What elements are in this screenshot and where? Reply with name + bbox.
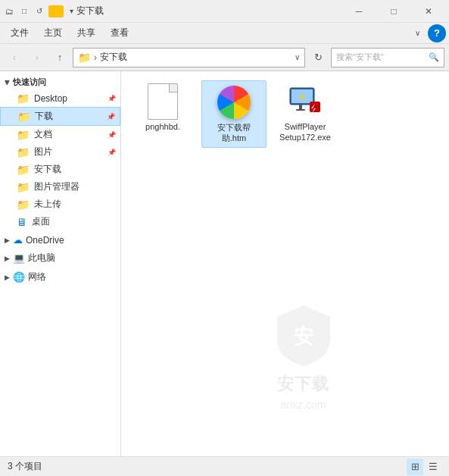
ball-icon-1 xyxy=(217,86,251,119)
sidebar-item-anzaixia-label: 安下载 xyxy=(34,163,61,176)
main-area: ▶ 快速访问 📁 Desktop 📌 📁 下载 📌 📁 文档 📌 xyxy=(0,71,449,456)
folder-icon-documents: 📁 xyxy=(17,129,30,141)
sidebar: ▶ 快速访问 📁 Desktop 📌 📁 下载 📌 📁 文档 📌 xyxy=(0,71,121,456)
onedrive-label: OneDrive xyxy=(26,235,64,246)
address-folder-icon: 📁 xyxy=(78,52,91,64)
status-count: 3 个项目 xyxy=(8,460,42,473)
menubar-expand[interactable]: ∨ xyxy=(410,26,425,40)
menu-file[interactable]: 文件 xyxy=(3,23,36,42)
sidebar-section-quickaccess: ▶ 快速访问 📁 Desktop 📌 📁 下载 📌 📁 文档 📌 xyxy=(0,74,120,230)
sidebar-item-desktop2-label: 桌面 xyxy=(32,215,50,228)
sidebar-item-desktop[interactable]: 📁 Desktop 📌 xyxy=(0,90,120,107)
thispc-arrow: ▶ xyxy=(5,255,10,262)
sidebar-item-notupload-label: 未上传 xyxy=(34,198,61,211)
menu-share[interactable]: 共享 xyxy=(70,23,103,42)
menu-view[interactable]: 查看 xyxy=(103,23,136,42)
network-label: 网络 xyxy=(28,271,46,283)
folder-icon-desktop: 📁 xyxy=(17,92,30,105)
refresh-button[interactable]: ↻ xyxy=(308,48,328,67)
view-list-button[interactable]: ☰ xyxy=(425,459,441,475)
file-area: pnghhbd. 安下载帮助.htm xyxy=(121,71,449,456)
sidebar-item-downloads[interactable]: 📁 下载 📌 xyxy=(0,107,120,126)
address-dropdown-icon[interactable]: ∨ xyxy=(295,53,300,61)
sidebar-item-pictures[interactable]: 📁 图片 📌 xyxy=(0,143,120,161)
onedrive-cloud-icon: ☁ xyxy=(13,234,23,246)
titlebar: 🗂 □ ↺ ▾ 安下载 ─ □ ✕ xyxy=(0,0,449,23)
addressbar: ‹ › ↑ 📁 › 安下载 ∨ ↻ 搜索"安下载" 🔍 xyxy=(0,44,449,71)
sidebar-item-documents[interactable]: 📁 文档 📌 xyxy=(0,126,120,143)
save-icon: □ xyxy=(18,5,30,17)
file-item-2[interactable]: SwiffPlayer Setup172.exe xyxy=(273,80,338,148)
window-title: 安下载 xyxy=(76,5,341,17)
folder-icon-notupload: 📁 xyxy=(17,199,30,211)
onedrive-arrow: ▶ xyxy=(5,236,10,244)
statusbar-view-controls: ⊞ ☰ xyxy=(407,459,441,475)
sidebar-onedrive-header[interactable]: ▶ ☁ OneDrive xyxy=(0,232,120,248)
file-icon-0 xyxy=(145,83,181,120)
close-button[interactable]: ✕ xyxy=(411,0,446,23)
folder-icon-desktop2: 🖥 xyxy=(17,216,27,228)
watermark-sub: anxz.com xyxy=(281,399,326,411)
network-icon: 🌐 xyxy=(13,271,25,283)
window-icon: 🗂 xyxy=(3,5,15,17)
thispc-icon: 💻 xyxy=(13,252,25,264)
file-icon-2 xyxy=(287,83,323,120)
svg-rect-5 xyxy=(310,102,320,112)
undo-icon: ↺ xyxy=(33,5,45,17)
sidebar-item-notupload[interactable]: 📁 未上传 xyxy=(0,196,120,213)
folder-icon-pictures: 📁 xyxy=(17,146,30,158)
files-grid: pnghhbd. 安下载帮助.htm xyxy=(127,77,443,151)
search-box[interactable]: 搜索"安下载" 🔍 xyxy=(331,48,444,67)
pin-icon-downloads: 📌 xyxy=(107,113,115,121)
watermark: 安 安下载 anxz.com xyxy=(273,302,334,411)
sidebar-network-header[interactable]: ▶ 🌐 网络 xyxy=(0,268,120,286)
file-item-0[interactable]: pnghhbd. xyxy=(130,80,195,148)
view-large-icons-button[interactable]: ⊞ xyxy=(407,459,423,475)
quickaccess-arrow: ▶ xyxy=(4,80,11,85)
window-controls: ─ □ ✕ xyxy=(341,0,446,23)
sidebar-section-network: ▶ 🌐 网络 xyxy=(0,268,120,286)
sidebar-quickaccess-header[interactable]: ▶ 快速访问 xyxy=(0,74,120,90)
file-icon-1 xyxy=(216,84,252,121)
sidebar-item-anzaixia[interactable]: 📁 安下载 xyxy=(0,161,120,178)
network-arrow: ▶ xyxy=(5,274,10,281)
watermark-shield: 安 xyxy=(273,302,334,370)
help-button[interactable]: ? xyxy=(428,24,446,42)
sidebar-section-thispc: ▶ 💻 此电脑 xyxy=(0,249,120,267)
sidebar-item-documents-label: 文档 xyxy=(34,128,52,141)
file-item-1[interactable]: 安下载帮助.htm xyxy=(201,80,267,148)
sidebar-item-pictures-label: 图片 xyxy=(34,146,52,158)
sidebar-item-desktop2[interactable]: 🖥 桌面 xyxy=(0,213,120,230)
watermark-text: 安下载 xyxy=(277,373,329,396)
sidebar-item-desktop-label: Desktop xyxy=(34,93,67,104)
svg-rect-4 xyxy=(296,109,305,111)
sidebar-item-imgmanager-label: 图片管理器 xyxy=(34,180,80,193)
svg-rect-3 xyxy=(299,105,302,109)
svg-text:安: 安 xyxy=(292,325,313,348)
up-button[interactable]: ↑ xyxy=(50,48,70,67)
sidebar-item-downloads-label: 下载 xyxy=(35,110,53,123)
folder-icon-imgmanager: 📁 xyxy=(17,181,30,193)
pin-icon-desktop: 📌 xyxy=(108,95,116,102)
doc-icon-0 xyxy=(148,83,178,120)
sidebar-item-imgmanager[interactable]: 📁 图片管理器 xyxy=(0,178,120,196)
search-icon[interactable]: 🔍 xyxy=(429,52,439,62)
statusbar: 3 个项目 ⊞ ☰ xyxy=(0,456,449,476)
address-box[interactable]: 📁 › 安下载 ∨ xyxy=(73,48,305,67)
sidebar-thispc-header[interactable]: ▶ 💻 此电脑 xyxy=(0,249,120,267)
file-label-1: 安下载帮助.htm xyxy=(205,122,263,144)
folder-icon-anzaixia: 📁 xyxy=(17,164,30,176)
address-separator: › xyxy=(94,52,97,63)
forward-button[interactable]: › xyxy=(27,48,47,67)
folder-icon-titlebar xyxy=(48,5,64,17)
maximize-button[interactable]: □ xyxy=(376,0,411,23)
file-label-2: SwiffPlayer Setup172.exe xyxy=(276,121,335,143)
minimize-button[interactable]: ─ xyxy=(341,0,376,23)
titlebar-icons: 🗂 □ ↺ ▾ xyxy=(3,5,73,17)
menubar: 文件 主页 共享 查看 ∨ ? xyxy=(0,23,449,44)
address-text: 安下载 xyxy=(100,51,127,64)
menu-home[interactable]: 主页 xyxy=(36,23,70,42)
back-button[interactable]: ‹ xyxy=(5,48,24,67)
pin-icon-documents: 📌 xyxy=(108,131,116,139)
sidebar-section-onedrive: ▶ ☁ OneDrive xyxy=(0,232,120,248)
